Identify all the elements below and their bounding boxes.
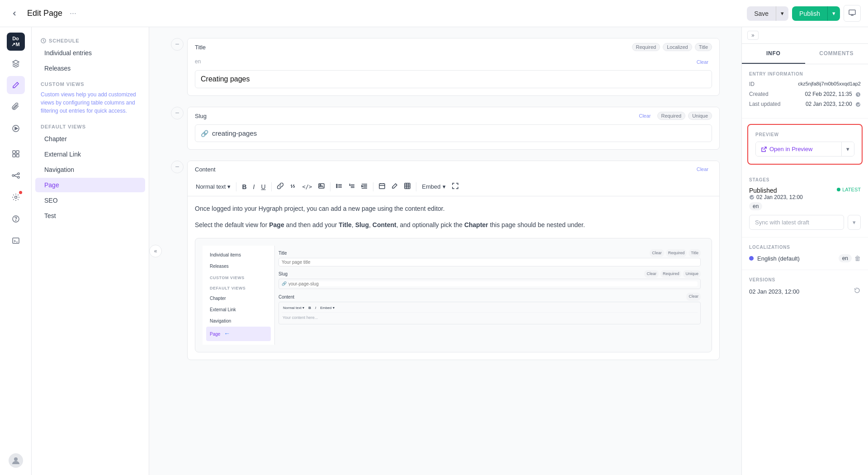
default-views-section-label: DEFAULT VIEWS [32,120,149,131]
content-paragraph-1: Once logged into your Hygraph project, y… [195,204,712,214]
id-row: ID ckz5njfa8ij7m0b05xxqd1ap2 [749,81,861,87]
svg-point-17 [336,184,337,185]
slug-badges: Clear Required Unique [635,112,712,120]
nav-item-releases[interactable]: Releases [35,61,145,76]
created-row: Created 02 Feb 2022, 11:35 [749,91,861,97]
version-restore-button[interactable] [854,287,861,296]
bold-button[interactable]: B [239,181,249,192]
content-field: Content Clear Normal text ▾ B I [187,161,720,360]
stage-sync-row: Sync with latest draft ▾ [749,215,861,230]
svg-point-23 [856,102,860,107]
ss-content-area: Title Clear Required Title [275,246,704,345]
updated-label: Last updated [749,101,780,107]
fullscreen-button[interactable] [449,181,461,192]
nav-item-individual-entries[interactable]: Individual entries [35,46,145,60]
slug-input-wrap: 🔗 [188,124,719,149]
content-paragraph-2: Select the default view for Page and the… [195,220,712,231]
sidebar-icon-play[interactable] [7,119,25,138]
content-area: « − Title Required Localized Title en [149,27,741,475]
expand-panel-button[interactable]: » [747,31,759,40]
publish-dropdown-button[interactable]: ▾ [827,6,840,21]
avatar[interactable]: Do ↗M [7,33,25,51]
sidebar-icon-workflow[interactable] [7,166,25,185]
version-row: 02 Jan 2023, 12:00 [749,287,861,296]
ss-chapter: Chapter [206,293,271,304]
tab-comments[interactable]: COMMENTS [805,44,868,64]
page-options-button[interactable]: ··· [68,7,78,20]
preview-dropdown-button[interactable]: ▾ [841,142,854,156]
italic-button[interactable]: I [250,181,258,192]
title-field-toggle[interactable]: − [171,38,184,51]
sidebar-icon-help[interactable] [7,210,25,228]
collapse-nav-button[interactable]: « [149,245,162,257]
entry-info-title: ENTRY INFORMATION [749,71,861,76]
stage-name: Published [749,187,803,194]
table-button[interactable] [401,181,413,192]
image-button[interactable] [316,181,327,192]
stages-title: STAGES [749,177,861,182]
sidebar-icon-grid[interactable] [7,145,25,163]
ss-title-input[interactable] [278,258,701,266]
underline-button[interactable]: U [258,181,268,192]
back-button[interactable] [7,6,22,21]
sidebar-icon-terminal[interactable] [7,232,25,250]
svg-rect-0 [849,10,855,14]
calendar-button[interactable] [376,181,388,192]
link-button[interactable] [274,181,286,192]
content-field-toggle[interactable]: − [171,161,184,173]
nav-item-page[interactable]: Page [35,178,145,192]
entry-info-section: ENTRY INFORMATION ID ckz5njfa8ij7m0b05xx… [742,64,868,119]
code-button[interactable]: </> [300,182,315,192]
title-input-wrap [188,70,719,95]
locale-english: English (default) en 🗑 [749,254,861,262]
sidebar-icon-edit[interactable] [7,76,25,94]
indent-button[interactable] [359,181,370,192]
embed-select[interactable]: Embed ▾ [419,181,448,192]
topbar-right: Save ▾ Publish ▾ [747,5,861,22]
sidebar-icon-paperclip[interactable] [7,98,25,116]
ss-page: Page ← [206,327,271,341]
stage-time: 02 Jan 2023, 12:00 [749,194,803,200]
ol-button[interactable] [346,181,358,192]
title-lang-row: en Clear [188,56,719,70]
ul-button[interactable] [333,181,345,192]
monitor-button[interactable] [844,5,861,22]
title-input[interactable] [195,70,712,88]
nav-item-navigation[interactable]: Navigation [35,162,145,177]
publish-button[interactable]: Publish [792,6,827,21]
nav-item-external-link[interactable]: External Link [35,147,145,162]
stage-published: Published 02 Jan 2023, 12:00 en LATEST [749,187,861,210]
save-button[interactable]: Save [747,6,776,21]
format-select[interactable]: Normal text ▾ [193,181,233,192]
nav-item-seo[interactable]: SEO [35,193,145,208]
sidebar-icon-layers[interactable] [7,54,25,72]
ss-slug-input[interactable] [288,281,698,286]
rte-content-area[interactable]: Once logged into your Hygraph project, y… [188,196,719,360]
locale-dot-icon [749,256,754,261]
pen-button[interactable] [389,181,401,192]
svg-rect-21 [405,183,410,189]
sidebar-icon-settings[interactable] [7,188,25,206]
slug-clear-button[interactable]: Clear [635,112,654,119]
stage-sync-button[interactable]: Sync with latest draft [749,215,844,230]
stage-sync-dropdown[interactable]: ▾ [848,215,861,230]
content-field-row: − Content Clear Normal text ▾ [171,161,720,360]
nav-item-chapter[interactable]: Chapter [35,132,145,146]
open-preview-button[interactable]: Open in Preview [756,142,841,156]
svg-rect-5 [16,154,19,157]
screenshot-inner: Individual items Releases CUSTOM VIEWS D… [203,246,704,345]
quote-button[interactable] [287,181,299,192]
save-dropdown-button[interactable]: ▾ [776,6,788,21]
svg-point-9 [14,196,17,199]
content-clear-button[interactable]: Clear [693,166,712,173]
user-avatar-bottom[interactable] [7,451,25,470]
slug-input[interactable] [212,129,706,137]
svg-rect-2 [13,151,15,153]
title-clear-button[interactable]: Clear [693,58,712,66]
tab-info[interactable]: INFO [742,44,805,64]
locale-delete-button[interactable]: 🗑 [854,255,861,262]
nav-item-test[interactable]: Test [35,209,145,223]
topbar: Edit Page ··· Save ▾ Publish ▾ [0,0,868,27]
svg-point-16 [320,185,321,185]
slug-field-toggle[interactable]: − [171,107,184,119]
